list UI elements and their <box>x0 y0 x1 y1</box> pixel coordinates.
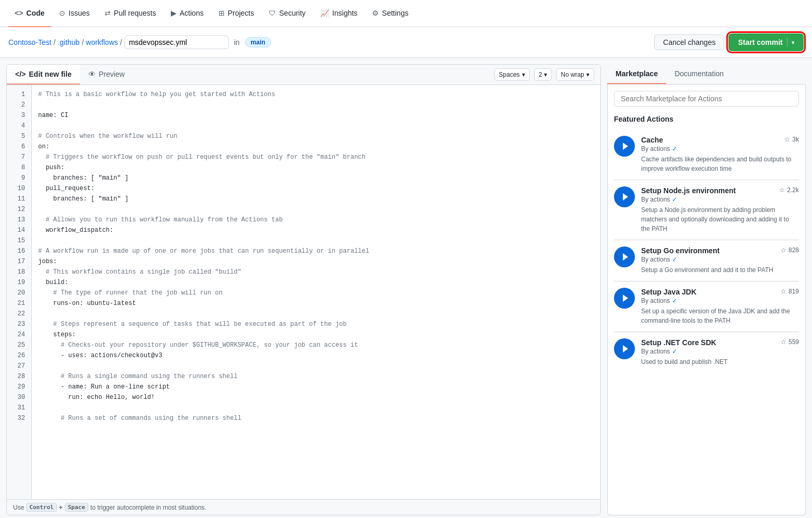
code-line: branches: [ "main" ] <box>38 173 594 183</box>
action-name: Setup Node.js environment <box>641 186 736 195</box>
actions-list: Cache By actions ✓ ☆ 3k Cache artifacts … <box>614 130 799 373</box>
start-commit-button[interactable]: Start commit ▾ <box>728 33 804 51</box>
spaces-label: Spaces <box>499 71 520 78</box>
action-description: Set up a specific version of the Java JD… <box>641 307 799 325</box>
indent-select[interactable]: 2 ▾ <box>534 68 552 81</box>
action-description: Cache artifacts like dependencies and bu… <box>641 155 799 173</box>
action-by: By actions ✓ <box>641 348 716 355</box>
nav-pull-requests[interactable]: ⇄ Pull requests <box>98 0 163 27</box>
tab-marketplace[interactable]: Marketplace <box>607 64 666 84</box>
nav-settings[interactable]: ⚙ Settings <box>366 0 415 27</box>
editor-options: Spaces ▾ 2 ▾ No wrap ▾ <box>494 68 600 81</box>
code-content[interactable]: # This is a basic workflow to help you g… <box>32 85 600 499</box>
verified-badge: ✓ <box>672 348 677 355</box>
action-item[interactable]: Setup Java JDK By actions ✓ ☆ 819 Set up… <box>614 281 799 332</box>
nav-security[interactable]: 🛡 Security <box>262 0 312 27</box>
line-number: 26 <box>11 350 25 361</box>
spaces-select[interactable]: Spaces ▾ <box>494 68 530 81</box>
code-line: steps: <box>38 329 594 340</box>
action-item[interactable]: Setup .NET Core SDK By actions ✓ ☆ 559 U… <box>614 332 799 373</box>
projects-icon: ⊞ <box>218 9 225 17</box>
line-number: 12 <box>11 204 25 215</box>
main-content: </> Edit new file 👁 Preview Spaces ▾ 2 ▾… <box>0 58 812 518</box>
code-line: # The type of runner that the job will r… <box>38 288 594 298</box>
action-buttons: Cancel changes Start commit ▾ <box>654 33 804 51</box>
nav-actions[interactable]: ▶ Actions <box>165 0 210 27</box>
wrap-label: No wrap <box>561 71 584 78</box>
tab-edit-new-file[interactable]: </> Edit new file <box>7 65 80 85</box>
issues-icon: ⊙ <box>59 9 65 17</box>
line-number: 2 <box>11 100 25 110</box>
action-icon <box>614 136 635 157</box>
cancel-changes-button[interactable]: Cancel changes <box>654 34 724 50</box>
line-number: 23 <box>11 319 25 329</box>
code-line: run: echo Hello, world! <box>38 392 594 403</box>
nav-code[interactable]: <> Code <box>8 0 51 27</box>
code-line: # Controls when the workflow will run <box>38 131 594 142</box>
action-item[interactable]: Cache By actions ✓ ☆ 3k Cache artifacts … <box>614 130 799 180</box>
star-icon: ☆ <box>784 136 790 143</box>
svg-marker-3 <box>623 295 628 302</box>
indent-chevron: ▾ <box>544 71 547 78</box>
code-line: # Checks-out your repository under $GITH… <box>38 340 594 350</box>
edit-tab-label: Edit new file <box>29 70 72 78</box>
line-number: 19 <box>11 277 25 288</box>
line-number: 4 <box>11 121 25 131</box>
star-icon: ☆ <box>781 246 786 254</box>
code-line <box>38 100 594 110</box>
line-number: 8 <box>11 162 25 173</box>
wrap-select[interactable]: No wrap ▾ <box>556 68 594 81</box>
breadcrumb-github[interactable]: .github <box>57 38 79 46</box>
code-line: runs-on: ubuntu-latest <box>38 298 594 309</box>
marketplace-search[interactable] <box>614 91 799 107</box>
settings-icon: ⚙ <box>372 9 379 17</box>
breadcrumb-repo[interactable]: Contoso-Test <box>8 38 51 46</box>
breadcrumb-bar: Contoso-Test / .github / workflows / in … <box>0 27 812 58</box>
line-number: 3 <box>11 110 25 121</box>
breadcrumb: Contoso-Test / .github / workflows / in … <box>8 36 271 49</box>
tab-preview[interactable]: 👁 Preview <box>80 65 133 85</box>
editor-panel: </> Edit new file 👁 Preview Spaces ▾ 2 ▾… <box>6 64 601 515</box>
action-header: Setup Node.js environment By actions ✓ ☆… <box>641 186 799 203</box>
preview-tab-label: Preview <box>99 70 125 78</box>
action-stars: ☆ 559 <box>781 338 799 346</box>
verified-badge: ✓ <box>672 256 677 263</box>
nav-pull-requests-label: Pull requests <box>114 9 156 17</box>
line-number: 7 <box>11 152 25 162</box>
space-key: Space <box>65 503 88 512</box>
status-prefix: Use <box>13 504 24 511</box>
verified-badge: ✓ <box>672 297 677 304</box>
marketplace-content: Featured Actions Cache By actions ✓ ☆ 3k <box>607 85 806 515</box>
code-area[interactable]: 1234567891011121314151617181920212223242… <box>7 85 600 499</box>
tab-documentation[interactable]: Documentation <box>666 64 732 84</box>
code-line: # Allows you to run this workflow manual… <box>38 215 594 225</box>
preview-icon: 👁 <box>88 70 96 78</box>
nav-security-label: Security <box>279 9 306 17</box>
nav-insights[interactable]: 📈 Insights <box>314 0 364 27</box>
action-icon <box>614 246 635 267</box>
spaces-chevron: ▾ <box>522 71 525 78</box>
line-number: 1 <box>11 89 25 100</box>
nav-projects[interactable]: ⊞ Projects <box>212 0 261 27</box>
action-description: Used to build and publish .NET <box>641 357 799 367</box>
line-number: 17 <box>11 256 25 267</box>
code-line: - uses: actions/checkout@v3 <box>38 350 594 361</box>
nav-settings-label: Settings <box>382 9 409 17</box>
breadcrumb-in: in <box>234 38 240 46</box>
code-line: build: <box>38 277 594 288</box>
code-line: workflow_dispatch: <box>38 225 594 236</box>
breadcrumb-workflows[interactable]: workflows <box>86 38 118 46</box>
action-stars: ☆ 3k <box>784 136 799 143</box>
action-item[interactable]: Setup Node.js environment By actions ✓ ☆… <box>614 180 799 240</box>
filename-input[interactable] <box>124 36 229 49</box>
verified-badge: ✓ <box>672 196 677 203</box>
nav-issues[interactable]: ⊙ Issues <box>53 0 96 27</box>
code-line: # This is a basic workflow to help you g… <box>38 89 594 100</box>
star-icon: ☆ <box>779 186 785 194</box>
right-panel: Marketplace Documentation Featured Actio… <box>607 64 806 515</box>
star-icon: ☆ <box>781 338 786 346</box>
code-line: - name: Run a one-line script <box>38 382 594 392</box>
code-line <box>38 309 594 319</box>
action-header: Setup .NET Core SDK By actions ✓ ☆ 559 <box>641 338 799 355</box>
action-item[interactable]: Setup Go environment By actions ✓ ☆ 828 … <box>614 240 799 281</box>
